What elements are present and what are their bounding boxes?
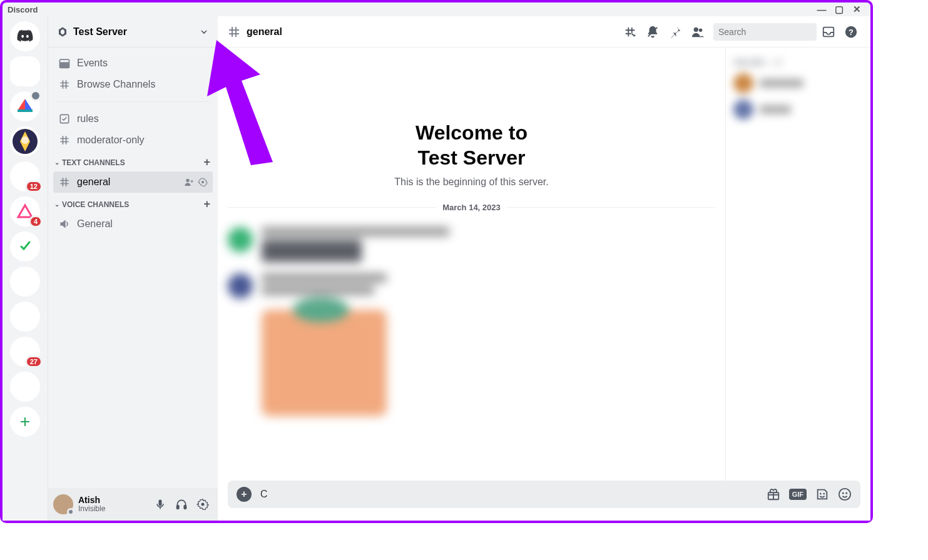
mute-mic-button[interactable]	[154, 498, 170, 511]
channel-settings-icon[interactable]	[198, 177, 208, 187]
welcome-line2: Test Server	[418, 146, 526, 169]
svg-point-2	[21, 136, 29, 144]
threads-button[interactable]	[623, 25, 641, 39]
welcome-block: Welcome to Test Server This is the begin…	[228, 120, 715, 188]
server-badge: 12	[25, 180, 43, 193]
server-ts[interactable]: TS	[10, 267, 40, 297]
server-triangle[interactable]: 4	[10, 196, 40, 227]
server-sail[interactable]	[10, 91, 40, 121]
user-info[interactable]: Atish Invisible	[78, 496, 149, 514]
svg-point-17	[694, 27, 698, 31]
server-boost-icon	[57, 26, 68, 38]
sticker-button[interactable]	[815, 487, 829, 501]
user-settings-button[interactable]	[196, 498, 213, 511]
user-panel: Atish Invisible	[48, 488, 218, 521]
channel-label: General	[77, 218, 113, 230]
main-area: general ? Welcome to T	[218, 16, 870, 521]
welcome-line1: Welcome to	[416, 121, 528, 144]
svg-rect-13	[177, 506, 179, 509]
add-server-button[interactable]: +	[10, 407, 40, 437]
category-text-channels[interactable]: ⌄ TEXT CHANNELS +	[53, 151, 213, 171]
server-label: TS	[19, 276, 31, 287]
svg-point-25	[823, 493, 825, 495]
member-list-button[interactable]	[691, 25, 708, 39]
svg-point-10	[186, 179, 189, 182]
channel-general[interactable]: general	[53, 171, 213, 193]
server-badge: 4	[29, 215, 43, 228]
svg-point-15	[201, 503, 205, 506]
svg-rect-0	[18, 109, 33, 112]
message-list[interactable]: Welcome to Test Server This is the begin…	[218, 48, 725, 481]
speaker-icon	[58, 218, 71, 230]
svg-point-24	[820, 493, 822, 495]
svg-point-28	[845, 492, 847, 494]
members-header: ONLINE — 2	[733, 58, 863, 67]
hash-icon	[227, 24, 242, 39]
window-close[interactable]: ✕	[848, 4, 865, 15]
member-row[interactable]	[733, 73, 863, 93]
message-composer[interactable]: + C GIF	[228, 481, 860, 508]
deafen-button[interactable]	[175, 498, 191, 511]
server-gpt[interactable]	[10, 302, 40, 332]
welcome-subtitle: This is the beginning of this server.	[228, 176, 715, 188]
browse-label: Browse Channels	[77, 79, 155, 90]
server-label: TCN	[18, 382, 33, 391]
caret-icon: ⌄	[54, 201, 59, 208]
attach-button[interactable]: +	[237, 487, 252, 502]
svg-point-3	[19, 169, 31, 180]
server-badge: 27	[25, 355, 43, 368]
voice-channel-general[interactable]: General	[53, 213, 213, 235]
server-muted-icon	[30, 90, 41, 101]
category-voice-channels[interactable]: ⌄ VOICE CHANNELS +	[53, 193, 213, 213]
svg-rect-14	[184, 506, 186, 509]
pinned-messages-button[interactable]	[668, 25, 686, 39]
date-label: March 14, 2023	[442, 203, 501, 212]
calendar-icon	[58, 57, 71, 69]
events-label: Events	[77, 58, 108, 69]
gif-button[interactable]: GIF	[789, 489, 807, 500]
home-button[interactable]	[10, 21, 40, 51]
status-dot-invisible	[67, 508, 74, 516]
search-box[interactable]	[713, 23, 817, 41]
rules-icon	[58, 113, 71, 125]
window-minimize[interactable]: —	[813, 4, 830, 15]
svg-rect-12	[159, 500, 162, 506]
app-title: Discord	[8, 5, 38, 14]
member-row[interactable]	[733, 99, 863, 120]
channel-label: general	[77, 176, 110, 188]
server-wizard[interactable]	[10, 126, 40, 156]
category-label: TEXT CHANNELS	[62, 158, 125, 167]
server-tcn[interactable]: TCN	[10, 372, 40, 402]
server-header-dropdown[interactable]: Test Server	[48, 16, 218, 48]
help-button[interactable]: ?	[844, 25, 862, 39]
notifications-button[interactable]	[646, 25, 663, 39]
inbox-button[interactable]	[822, 25, 839, 39]
window-maximize[interactable]: ▢	[830, 4, 848, 15]
user-status: Invisible	[78, 505, 149, 513]
user-avatar[interactable]	[53, 494, 73, 514]
server-rail: 12 4 TS 27 TCN +	[3, 16, 48, 521]
channel-rules[interactable]: rules	[53, 108, 213, 130]
gift-button[interactable]	[767, 487, 780, 501]
emoji-button[interactable]	[838, 487, 852, 501]
search-input[interactable]	[718, 27, 828, 37]
channel-name: general	[247, 26, 282, 38]
member-list: ONLINE — 2	[725, 48, 870, 481]
server-opus[interactable]: 12	[10, 161, 40, 191]
user-name: Atish	[78, 496, 149, 505]
server-check[interactable]	[10, 232, 40, 262]
add-channel-button[interactable]: +	[203, 156, 210, 169]
composer-text[interactable]: C	[260, 489, 758, 500]
server-avatar-1[interactable]: 27	[10, 337, 40, 367]
create-invite-icon[interactable]	[184, 177, 194, 187]
browse-channels-link[interactable]: Browse Channels	[53, 74, 213, 95]
events-link[interactable]: Events	[53, 53, 213, 74]
svg-point-26	[839, 489, 850, 500]
server-wave[interactable]	[10, 56, 40, 86]
channel-sidebar: Test Server Events Browse Channels rules	[48, 16, 218, 521]
channel-label: rules	[77, 113, 99, 125]
channel-moderator-only[interactable]: moderator-only	[53, 130, 213, 151]
add-channel-button[interactable]: +	[203, 198, 210, 211]
svg-point-27	[842, 492, 844, 494]
app-window: Discord — ▢ ✕ 12	[0, 0, 873, 523]
